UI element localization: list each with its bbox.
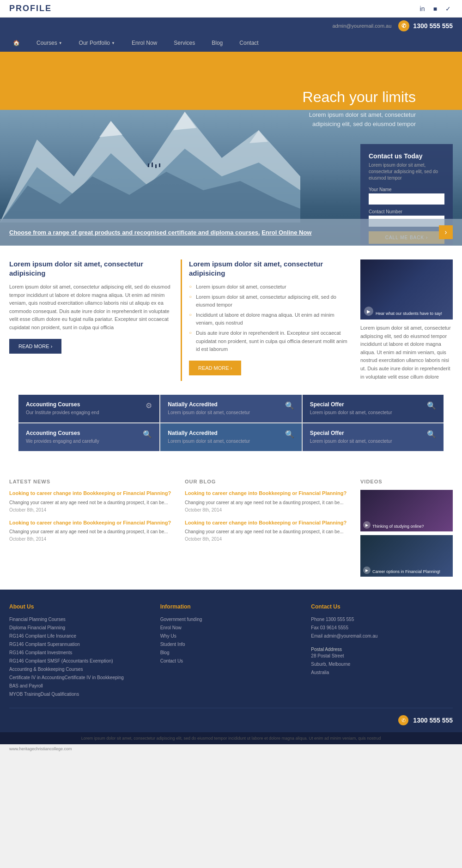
video-column: VIDEOS ▶ Thinking of studying online? ▶ … <box>360 479 453 580</box>
hero-subtitle: Lorem ipsum dolor sit amet, consectetur … <box>303 110 416 128</box>
news-date-1: October 8th, 2014 <box>9 536 176 542</box>
col-left-title: Lorem ipsum dolor sit amet, consectetur … <box>9 259 171 277</box>
enrol-link[interactable]: Enrol Online Now <box>261 229 311 236</box>
nav-services[interactable]: Services <box>170 34 199 52</box>
linkedin-icon[interactable]: in <box>418 4 427 13</box>
footer-link-0[interactable]: Financial Planning Courses <box>9 615 151 624</box>
nav-home[interactable]: 🏠 <box>9 34 24 52</box>
blog-title-1[interactable]: Looking to career change into Bookkeepin… <box>185 519 351 526</box>
hero-text: Reach your limits Lorem ipsum dolor sit … <box>303 89 416 128</box>
read-more-dark-button[interactable]: READ MORE › <box>9 339 61 354</box>
footer-info-link-0[interactable]: Government funding <box>160 615 302 624</box>
blog-text-1: Changing your career at any age need not… <box>185 528 351 535</box>
feature-icon-4: 🔍 <box>285 430 294 439</box>
footer-link-9[interactable]: MYOB TrainingDual Qualifications <box>9 690 151 699</box>
footer-address: 28 Postal Street <box>311 652 453 660</box>
hero-banner: Choose from a range of great products an… <box>0 219 462 246</box>
news-title-1[interactable]: Looking to career change into Bookkeepin… <box>9 519 176 526</box>
feature-title-5: Special Offer <box>310 430 392 436</box>
features-section: Accounting Courses Our Institute provide… <box>0 395 462 470</box>
col-mid: Lorem ipsum dolor sit amet, consectetur … <box>181 259 351 381</box>
blog-date-1: October 8th, 2014 <box>185 536 351 542</box>
logo: PROFILE <box>9 4 52 13</box>
feature-item-3[interactable]: Accounting Courses We provides engaging … <box>18 423 159 451</box>
nav-enrol[interactable]: Enrol Now <box>128 34 161 52</box>
footer-link-2[interactable]: RG146 Compliant Life Insurance <box>9 632 151 640</box>
footer-link-6[interactable]: Accounting & Bookkeeping Courses <box>9 665 151 674</box>
col-left-text: Lorem ipsum dolor sit amet, consectetur … <box>9 283 171 332</box>
news-title-0[interactable]: Looking to career change into Bookkeepin… <box>9 490 176 497</box>
cf-name-label: Your Name <box>369 187 444 192</box>
nav-contact[interactable]: Contact <box>236 34 262 52</box>
blog-item-1: Looking to career change into Bookkeepin… <box>185 519 351 542</box>
blog-title-0[interactable]: Looking to career change into Bookkeepin… <box>185 490 351 497</box>
footer-bottom: ✆ 1300 555 555 <box>9 708 453 725</box>
footer-contact-title: Contact Us <box>311 603 453 610</box>
nav-blog[interactable]: Blog <box>208 34 226 52</box>
feature-title-2: Special Offer <box>310 401 392 408</box>
nav-courses[interactable]: Courses ▼ <box>33 34 66 52</box>
footer-phone-icon: ✆ <box>398 715 408 725</box>
footer-info-link-3[interactable]: Student Info <box>160 640 302 649</box>
footer-link-5[interactable]: RG146 Compliant SMSF (Accountants Exempt… <box>9 657 151 665</box>
footer-link-8[interactable]: BAS and Payroll <box>9 682 151 690</box>
cf-title: Contact us Today <box>369 152 444 160</box>
footer-info-link-2[interactable]: Why Us <box>160 632 302 640</box>
blog-date-0: October 8th, 2014 <box>185 507 351 512</box>
footer-link-4[interactable]: RG146 Compliant Investments <box>9 649 151 657</box>
footer-info-link-5[interactable]: Contact Us <box>160 657 302 665</box>
feature-title-1: Natially Accredited <box>168 401 250 408</box>
hero-next-arrow[interactable]: › <box>439 225 453 239</box>
hero-section: Reach your limits Lorem ipsum dolor sit … <box>0 52 462 246</box>
hero-title: Reach your limits <box>303 89 416 106</box>
feature-sub-5: Lorem ipsum dolor sit amet, consectetur <box>310 438 392 445</box>
feature-item-1[interactable]: Natially Accredited Lorem ipsum dolor si… <box>160 395 301 422</box>
phone-button[interactable]: ✆ 1300 555 555 <box>398 20 453 31</box>
cf-name-input[interactable] <box>369 193 444 205</box>
feature-icon-5: 🔍 <box>427 430 436 439</box>
footer-copyright: Lorem ipsum dolor sit amet, consectetur … <box>0 732 462 744</box>
news-text-0: Changing your career at any age need not… <box>9 499 176 506</box>
right-col-text: Lorem ipsum dolor sit amet, consectetur … <box>360 324 453 381</box>
nav-portfolio[interactable]: Our Portfolio ▼ <box>75 34 119 52</box>
facebook-icon[interactable]: ■ <box>431 4 440 13</box>
col-right: ▶ Hear what our students have to say! Lo… <box>360 259 453 381</box>
footer-phone: Phone 1300 555 555 <box>311 615 453 624</box>
footer-country: Australia <box>311 669 453 677</box>
bullet-item: Lorem ipsum dolor sit amet, consectetur … <box>189 293 351 309</box>
footer-information: Information Government funding Enrol Now… <box>160 603 302 699</box>
col-left: Lorem ipsum dolor sit amet, consectetur … <box>9 259 171 381</box>
read-more-orange-button[interactable]: READ MORE › <box>189 361 241 375</box>
footer-link-1[interactable]: Diploma Financial Planning <box>9 624 151 632</box>
contact-bar: admin@youremail.com.au ✆ 1300 555 555 <box>0 18 462 34</box>
footer-link-7[interactable]: Certificate IV in AccountingCertificate … <box>9 674 151 682</box>
footer-grid: About Us Financial Planning Courses Dipl… <box>9 603 453 699</box>
blog-column: OUR BLOG Looking to career change into B… <box>185 479 351 580</box>
top-bar: PROFILE in ■ ✓ <box>0 0 462 18</box>
blog-item-0: Looking to career change into Bookkeepin… <box>185 490 351 512</box>
video-thumb-1[interactable]: ▶ Career options in Financial Planning! <box>360 535 453 577</box>
feature-item-0[interactable]: Accounting Courses Our Institute provide… <box>18 395 159 422</box>
footer-link-3[interactable]: RG146 Compliant Superannuation <box>9 640 151 649</box>
footer-info-link-4[interactable]: Blog <box>160 649 302 657</box>
footer-info-link-1[interactable]: Enrol Now <box>160 624 302 632</box>
phone-number: 1300 555 555 <box>413 22 453 30</box>
feature-icon-0: ⚙ <box>146 401 152 410</box>
footer-phone-number: 1300 555 555 <box>413 717 453 724</box>
feature-item-4[interactable]: Natially Accredited Lorem ipsum dolor si… <box>160 423 301 451</box>
blog-text-0: Changing your career at any age need not… <box>185 499 351 506</box>
twitter-icon[interactable]: ✓ <box>444 4 453 13</box>
blog-label: OUR BLOG <box>185 479 351 484</box>
feature-item-2[interactable]: Special Offer Lorem ipsum dolor sit amet… <box>303 395 444 422</box>
footer: About Us Financial Planning Courses Dipl… <box>0 590 462 732</box>
video-thumbnail[interactable]: ▶ Hear what our students have to say! <box>360 259 453 319</box>
video-thumb-0[interactable]: ▶ Thinking of studying online? <box>360 490 453 531</box>
feature-sub-4: Lorem ipsum dolor sit amet, consectetur <box>168 438 250 445</box>
bottom-section: LATEST NEWS Looking to career change int… <box>0 470 462 590</box>
footer-info-title: Information <box>160 603 302 610</box>
feature-sub-1: Lorem ipsum dolor sit amet, consectetur <box>168 410 250 416</box>
svg-marker-3 <box>99 121 122 137</box>
feature-item-5[interactable]: Special Offer Lorem ipsum dolor sit amet… <box>303 423 444 451</box>
video-thumb-text: Hear what our students have to say! <box>364 311 442 316</box>
footer-email: Email admin@youremail.com.au <box>311 632 453 640</box>
